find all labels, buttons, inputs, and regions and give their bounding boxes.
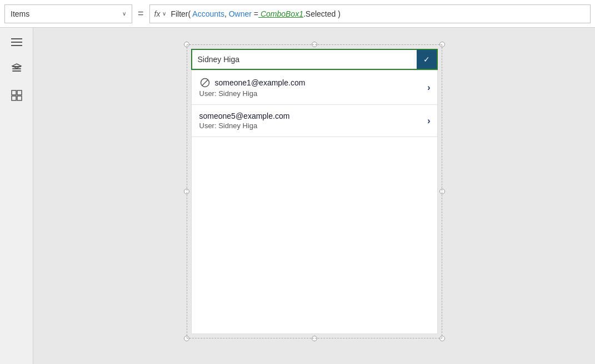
handle-middle-left[interactable] (184, 189, 189, 194)
items-dropdown-chevron-icon: ∨ (122, 11, 126, 17)
list-item-email-1: someone1@example.com (215, 78, 306, 87)
list-item-content: someone1@example.com User: Sidney Higa (199, 77, 306, 98)
list-item-content: someone5@example.com User: Sidney Higa (199, 112, 290, 130)
sidebar (0, 28, 33, 364)
combobox-control[interactable]: Sidney Higa ✓ (191, 49, 438, 70)
list-item-chevron-right-icon-2: › (427, 116, 430, 126)
handle-top-right[interactable] (439, 42, 445, 47)
svg-rect-6 (12, 96, 16, 100)
list-item-email-row: someone1@example.com (199, 77, 306, 88)
fx-icon: fx (154, 9, 161, 18)
items-dropdown-label: Items (11, 9, 29, 18)
formula-combobox-ref: ComboBox1 (258, 9, 303, 18)
list-item-email-2: someone5@example.com (199, 112, 290, 120)
handle-bottom-left[interactable] (184, 336, 189, 341)
combobox-dropdown-button[interactable]: ✓ (417, 50, 437, 69)
formula-close-paren: ) (336, 9, 341, 18)
formula-param2: Owner (227, 9, 252, 18)
sidebar-hamburger-icon[interactable] (9, 34, 24, 50)
hamburger-lines (11, 38, 22, 46)
svg-line-9 (202, 80, 208, 86)
canvas-area: Sidney Higa ✓ (33, 28, 595, 364)
equals-sign: = (136, 8, 146, 19)
handle-bottom-center[interactable] (312, 336, 317, 341)
formula-text: Filter( Accounts, Owner = ComboBox1.Sele… (171, 9, 340, 18)
formula-eq: = (252, 9, 258, 18)
formula-bar[interactable]: fx ∨ Filter( Accounts, Owner = ComboBox1… (149, 4, 591, 23)
list-item-user-2: User: Sidney Higa (199, 122, 290, 130)
widget-container: Sidney Higa ✓ (187, 44, 442, 338)
sidebar-grid-icon[interactable] (9, 88, 24, 103)
handle-top-left[interactable] (184, 42, 189, 47)
list-item-user-1: User: Sidney Higa (199, 89, 306, 98)
list-item-chevron-right-icon-1: › (427, 83, 430, 93)
list-area: someone1@example.com User: Sidney Higa ›… (191, 70, 438, 334)
list-item[interactable]: someone1@example.com User: Sidney Higa › (192, 70, 437, 105)
top-bar: Items ∨ = fx ∨ Filter( Accounts, Owner =… (0, 0, 595, 28)
handle-bottom-right[interactable] (439, 336, 445, 341)
formula-func: Filter (171, 9, 188, 18)
handle-top-center[interactable] (312, 42, 317, 47)
combobox-dropdown-arrow-icon: ✓ (423, 55, 430, 64)
svg-rect-5 (17, 90, 22, 95)
combobox-selected-value: Sidney Higa (192, 55, 417, 64)
blocked-icon (199, 77, 211, 88)
svg-rect-2 (12, 70, 21, 72)
fx-chevron-icon: ∨ (162, 11, 166, 17)
formula-selected: Selected (306, 9, 336, 18)
formula-param1: Accounts (191, 9, 224, 18)
items-dropdown[interactable]: Items ∨ (4, 4, 132, 23)
handle-middle-right[interactable] (439, 189, 445, 194)
sidebar-layers-icon[interactable] (9, 61, 24, 77)
svg-rect-7 (17, 96, 22, 100)
svg-rect-4 (12, 90, 16, 95)
main-area: Sidney Higa ✓ (0, 28, 595, 364)
list-item[interactable]: someone5@example.com User: Sidney Higa › (192, 105, 437, 137)
